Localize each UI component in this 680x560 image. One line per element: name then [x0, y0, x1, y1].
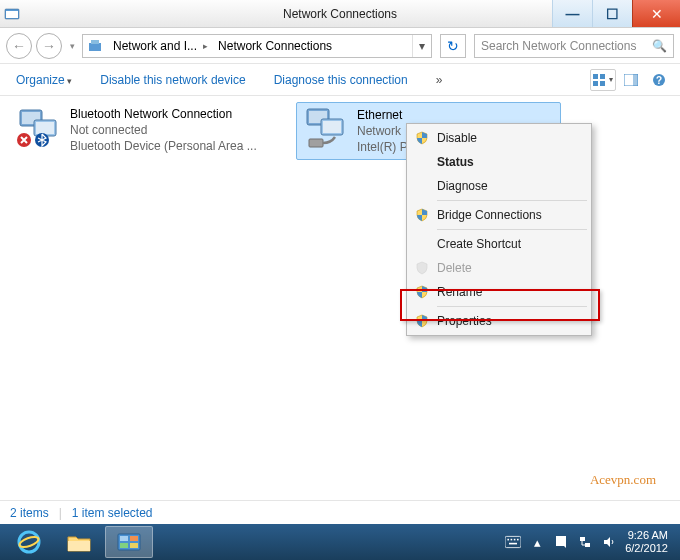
- svg-rect-37: [580, 537, 585, 541]
- time: 9:26 AM: [625, 529, 668, 542]
- taskbar-ie[interactable]: [5, 526, 53, 558]
- separator: [437, 306, 587, 307]
- svg-rect-30: [130, 543, 138, 548]
- status-items: 2 items: [10, 506, 49, 520]
- address-icon: [87, 38, 103, 54]
- svg-rect-34: [514, 539, 516, 541]
- clock[interactable]: 9:26 AM 6/2/2012: [625, 529, 668, 555]
- keyboard-icon[interactable]: [505, 534, 521, 550]
- organize-menu[interactable]: Organize: [8, 69, 80, 91]
- ctx-shortcut[interactable]: Create Shortcut: [409, 232, 589, 256]
- volume-icon[interactable]: [601, 534, 617, 550]
- svg-rect-38: [585, 543, 590, 547]
- context-menu: Disable Status Diagnose Bridge Connectio…: [406, 123, 592, 336]
- more-commands[interactable]: »: [428, 73, 451, 87]
- status-selected: 1 item selected: [72, 506, 153, 520]
- svg-rect-6: [593, 81, 598, 86]
- shield-icon: [415, 261, 429, 275]
- connection-bluetooth[interactable]: Bluetooth Network Connection Not connect…: [10, 102, 280, 158]
- svg-rect-27: [120, 536, 128, 541]
- search-box[interactable]: Search Network Connections 🔍: [474, 34, 674, 58]
- shield-icon: [415, 131, 429, 145]
- svg-rect-15: [36, 122, 54, 134]
- svg-rect-36: [509, 543, 517, 545]
- system-tray: ▴ 9:26 AM 6/2/2012: [497, 529, 676, 555]
- separator: [437, 229, 587, 230]
- breadcrumb-2[interactable]: Network Connections: [212, 39, 334, 53]
- svg-rect-31: [505, 536, 521, 547]
- watermark: Acevpn.com: [590, 472, 656, 488]
- ctx-disable[interactable]: Disable: [409, 126, 589, 150]
- close-button[interactable]: ✕: [632, 0, 680, 27]
- diagnose-button[interactable]: Diagnose this connection: [266, 69, 416, 91]
- svg-rect-35: [517, 539, 519, 541]
- svg-rect-9: [633, 74, 638, 86]
- network-icon[interactable]: [577, 534, 593, 550]
- statusbar: 2 items | 1 item selected: [0, 500, 680, 524]
- svg-rect-4: [593, 74, 598, 79]
- svg-rect-29: [120, 543, 128, 548]
- help-button[interactable]: ?: [646, 69, 672, 91]
- tray-expand-icon[interactable]: ▴: [529, 534, 545, 550]
- refresh-button[interactable]: ↻: [440, 34, 466, 58]
- bluetooth-device: Bluetooth Device (Personal Area ...: [70, 138, 257, 154]
- ethernet-icon: [301, 107, 349, 151]
- forward-button[interactable]: →: [36, 33, 62, 59]
- ctx-diagnose[interactable]: Diagnose: [409, 174, 589, 198]
- disable-device-button[interactable]: Disable this network device: [92, 69, 253, 91]
- taskbar: ▴ 9:26 AM 6/2/2012: [0, 524, 680, 560]
- search-placeholder: Search Network Connections: [481, 39, 636, 53]
- preview-pane-button[interactable]: [618, 69, 644, 91]
- minimize-button[interactable]: —: [552, 0, 592, 27]
- view-options-button[interactable]: ▾: [590, 69, 616, 91]
- ctx-properties[interactable]: Properties: [409, 309, 589, 333]
- svg-rect-22: [309, 139, 323, 147]
- address-dropdown[interactable]: ▾: [412, 35, 431, 57]
- svg-rect-5: [600, 74, 605, 79]
- svg-rect-2: [89, 43, 101, 51]
- history-dropdown[interactable]: ▾: [66, 41, 78, 51]
- taskbar-control-panel[interactable]: [105, 526, 153, 558]
- shield-icon: [415, 314, 429, 328]
- back-button[interactable]: ←: [6, 33, 32, 59]
- breadcrumb-1[interactable]: Network and I...: [107, 39, 199, 53]
- taskbar-explorer[interactable]: [55, 526, 103, 558]
- action-center-icon[interactable]: [553, 534, 569, 550]
- svg-rect-1: [6, 11, 18, 18]
- search-icon: 🔍: [652, 39, 667, 53]
- svg-rect-21: [323, 121, 341, 133]
- date: 6/2/2012: [625, 542, 668, 555]
- ctx-bridge[interactable]: Bridge Connections: [409, 203, 589, 227]
- titlebar: Network Connections — ☐ ✕: [0, 0, 680, 28]
- ctx-status[interactable]: Status: [409, 150, 589, 174]
- navbar: ← → ▾ Network and I... ▸ Network Connect…: [0, 28, 680, 64]
- address-bar[interactable]: Network and I... ▸ Network Connections ▾: [82, 34, 432, 58]
- bluetooth-status: Not connected: [70, 122, 257, 138]
- bluetooth-icon: [14, 106, 62, 150]
- separator: |: [59, 506, 62, 520]
- svg-rect-3: [91, 40, 99, 44]
- content-area: Bluetooth Network Connection Not connect…: [0, 96, 680, 500]
- chevron-icon[interactable]: ▸: [199, 41, 212, 51]
- bluetooth-name: Bluetooth Network Connection: [70, 106, 257, 122]
- svg-rect-7: [600, 81, 605, 86]
- toolbar: Organize Disable this network device Dia…: [0, 64, 680, 96]
- shield-icon: [415, 208, 429, 222]
- svg-rect-28: [130, 536, 138, 541]
- shield-icon: [415, 285, 429, 299]
- ethernet-name: Ethernet: [357, 107, 436, 123]
- svg-rect-25: [68, 541, 90, 551]
- separator: [437, 200, 587, 201]
- ctx-rename[interactable]: Rename: [409, 280, 589, 304]
- ctx-delete: Delete: [409, 256, 589, 280]
- maximize-button[interactable]: ☐: [592, 0, 632, 27]
- svg-text:?: ?: [656, 75, 662, 86]
- svg-rect-32: [508, 539, 510, 541]
- window-icon: [4, 6, 20, 22]
- svg-rect-33: [511, 539, 513, 541]
